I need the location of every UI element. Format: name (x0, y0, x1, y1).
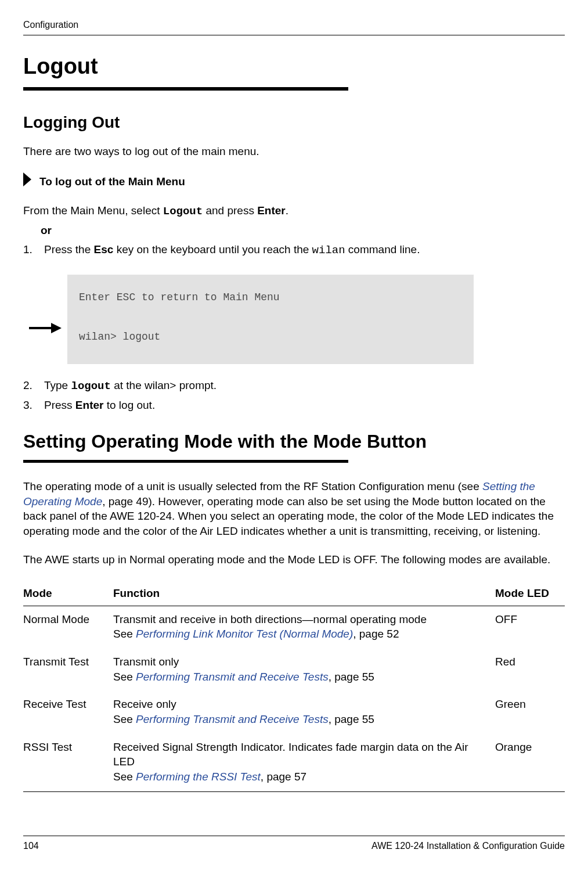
cell-function: Received Signal Strength Indicator. Indi… (113, 734, 495, 791)
mode-table: Mode Function Mode LED Normal Mode Trans… (23, 581, 565, 791)
cell-mode: Transmit Test (23, 649, 113, 691)
cell-function: Receive only See Performing Transmit and… (113, 691, 495, 733)
text-fragment: Press the (44, 243, 94, 255)
cell-mode: Receive Test (23, 691, 113, 733)
text-fragment: at the wilan> prompt. (111, 379, 217, 391)
pointer-right-icon (23, 172, 34, 190)
or-label: or (41, 223, 565, 238)
cell-led: Green (495, 691, 565, 733)
text-fragment: Transmit and receive in both directions—… (113, 613, 427, 625)
heading-setting-mode: Setting Operating Mode with the Mode But… (23, 429, 565, 454)
procedure-label: To log out of the Main Menu (39, 174, 185, 189)
text-fragment: The operating mode of a unit is usually … (23, 480, 482, 492)
page-number: 104 (23, 840, 39, 852)
heading-underline (23, 460, 348, 463)
text-fragment: , page 49). However, operating mode can … (23, 495, 554, 537)
step-text: Type logout at the wilan> prompt. (44, 378, 217, 394)
awe-starts-paragraph: The AWE starts up in Normal operating mo… (23, 552, 565, 567)
heading-logout: Logout (23, 52, 565, 81)
header-mode-led: Mode LED (495, 581, 565, 606)
intro-paragraph: There are two ways to log out of the mai… (23, 144, 565, 159)
top-rule (23, 35, 565, 35)
procedure-heading: To log out of the Main Menu (23, 172, 565, 190)
text-fragment: Received Signal Strength Indicator. Indi… (113, 741, 468, 768)
header-mode: Mode (23, 581, 113, 606)
step-number: 1. (23, 242, 36, 258)
table-row: Receive Test Receive only See Performing… (23, 691, 565, 733)
step-1: 1. Press the Esc key on the keyboard unt… (23, 242, 565, 258)
cell-function: Transmit only See Performing Transmit an… (113, 649, 495, 691)
text-fragment: Type (44, 379, 71, 391)
cell-mode: RSSI Test (23, 734, 113, 791)
text-fragment: See (113, 771, 136, 783)
step-number: 3. (23, 398, 36, 413)
table-header-row: Mode Function Mode LED (23, 581, 565, 606)
text-fragment: Receive only (113, 698, 176, 710)
steps-list: 1. Press the Esc key on the keyboard unt… (23, 242, 565, 258)
esc-keyword: Esc (94, 243, 114, 255)
text-fragment: See (113, 671, 136, 683)
text-fragment: See (113, 628, 136, 640)
header-function: Function (113, 581, 495, 606)
enter-keyword: Enter (257, 204, 286, 217)
text-fragment: , page 55 (329, 713, 374, 725)
logout-keyword: Logout (163, 205, 203, 218)
svg-marker-2 (51, 323, 62, 333)
text-fragment: , page 52 (353, 628, 399, 640)
page-footer: 104 AWE 120-24 Installation & Configurat… (23, 836, 565, 852)
from-main-menu-step: From the Main Menu, select Logout and pr… (23, 203, 565, 219)
text-fragment: Transmit only (113, 656, 179, 668)
step-text: Press the Esc key on the keyboard until … (44, 242, 420, 258)
table-row: Normal Mode Transmit and receive in both… (23, 606, 565, 649)
guide-title: AWE 120-24 Installation & Configuration … (371, 840, 565, 852)
text-fragment: , page 55 (329, 671, 374, 683)
text-fragment: . (286, 204, 288, 217)
text-fragment: key on the keyboard until you reach the (113, 243, 312, 255)
link-link-monitor-test[interactable]: Performing Link Monitor Test (Normal Mod… (136, 628, 353, 640)
code-block-wrap: Enter ESC to return to Main Menu wilan> … (67, 275, 474, 365)
text-fragment: See (113, 713, 136, 725)
link-transmit-receive-tests[interactable]: Performing Transmit and Receive Tests (136, 713, 329, 725)
terminal-code-block: Enter ESC to return to Main Menu wilan> … (67, 275, 474, 365)
steps-list-continued: 2. Type logout at the wilan> prompt. 3. … (23, 378, 565, 412)
svg-marker-0 (23, 172, 31, 186)
step-3: 3. Press Enter to log out. (23, 398, 565, 413)
table-row: Transmit Test Transmit only See Performi… (23, 649, 565, 691)
text-fragment: From the Main Menu, select (23, 204, 163, 217)
text-fragment: to log out. (103, 399, 155, 411)
cell-mode: Normal Mode (23, 606, 113, 649)
step-2: 2. Type logout at the wilan> prompt. (23, 378, 565, 394)
step-number: 2. (23, 378, 36, 394)
wilan-keyword: wilan (312, 244, 345, 257)
heading-underline (23, 87, 348, 91)
link-transmit-receive-tests[interactable]: Performing Transmit and Receive Tests (136, 671, 329, 683)
link-rssi-test[interactable]: Performing the RSSI Test (136, 771, 261, 783)
text-fragment: command line. (345, 243, 420, 255)
table-row: RSSI Test Received Signal Strength Indic… (23, 734, 565, 791)
enter-keyword: Enter (75, 399, 104, 411)
code-line: Enter ESC to return to Main Menu (79, 291, 280, 303)
cell-led: OFF (495, 606, 565, 649)
setting-paragraph: The operating mode of a unit is usually … (23, 479, 565, 539)
heading-logging-out: Logging Out (23, 111, 565, 134)
code-line: wilan> logout (79, 331, 160, 343)
text-fragment: , page 57 (261, 771, 306, 783)
step-text: Press Enter to log out. (44, 398, 155, 413)
text-fragment: Press (44, 399, 75, 411)
running-head: Configuration (23, 19, 565, 31)
cell-led: Red (495, 649, 565, 691)
logout-keyword: logout (71, 380, 110, 393)
text-fragment: and press (203, 204, 257, 217)
cell-function: Transmit and receive in both directions—… (113, 606, 495, 649)
cell-led: Orange (495, 734, 565, 791)
arrow-right-icon (29, 322, 63, 337)
